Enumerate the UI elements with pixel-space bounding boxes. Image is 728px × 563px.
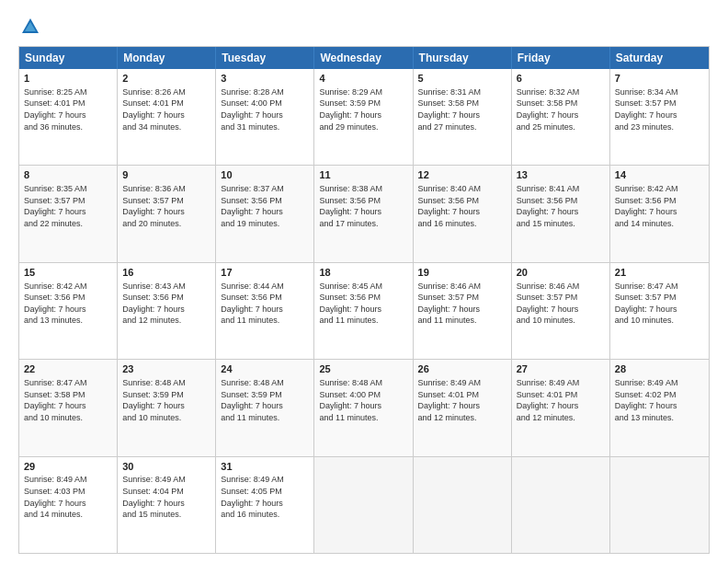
calendar-row-2: 8Sunrise: 8:35 AM Sunset: 3:57 PM Daylig… xyxy=(19,165,709,261)
day-cell-25: 25Sunrise: 8:48 AM Sunset: 4:00 PM Dayli… xyxy=(314,360,413,455)
day-number: 3 xyxy=(221,72,309,86)
day-cell-13: 13Sunrise: 8:41 AM Sunset: 3:56 PM Dayli… xyxy=(512,166,610,261)
day-info: Sunrise: 8:26 AM Sunset: 4:01 PM Dayligh… xyxy=(122,86,210,132)
day-number: 8 xyxy=(24,168,112,182)
day-number: 21 xyxy=(615,266,704,280)
day-number: 16 xyxy=(122,266,210,280)
day-cell-3: 3Sunrise: 8:28 AM Sunset: 4:00 PM Daylig… xyxy=(216,69,314,165)
header xyxy=(18,17,710,37)
day-cell-17: 17Sunrise: 8:44 AM Sunset: 3:56 PM Dayli… xyxy=(216,263,314,359)
day-info: Sunrise: 8:36 AM Sunset: 3:57 PM Dayligh… xyxy=(122,183,210,229)
day-cell-5: 5Sunrise: 8:31 AM Sunset: 3:58 PM Daylig… xyxy=(414,69,512,165)
day-info: Sunrise: 8:46 AM Sunset: 3:57 PM Dayligh… xyxy=(517,281,605,327)
calendar: SundayMondayTuesdayWednesdayThursdayFrid… xyxy=(18,46,710,554)
day-cell-24: 24Sunrise: 8:48 AM Sunset: 3:59 PM Dayli… xyxy=(216,360,314,455)
day-info: Sunrise: 8:48 AM Sunset: 3:59 PM Dayligh… xyxy=(221,377,309,423)
day-info: Sunrise: 8:48 AM Sunset: 4:00 PM Dayligh… xyxy=(319,377,407,423)
day-number: 14 xyxy=(615,168,704,182)
day-info: Sunrise: 8:47 AM Sunset: 3:57 PM Dayligh… xyxy=(615,281,704,327)
day-info: Sunrise: 8:41 AM Sunset: 3:56 PM Dayligh… xyxy=(517,183,605,229)
page: SundayMondayTuesdayWednesdayThursdayFrid… xyxy=(0,0,728,563)
day-cell-7: 7Sunrise: 8:34 AM Sunset: 3:57 PM Daylig… xyxy=(610,69,709,165)
day-info: Sunrise: 8:49 AM Sunset: 4:01 PM Dayligh… xyxy=(418,377,506,423)
day-number: 22 xyxy=(24,362,112,376)
day-info: Sunrise: 8:43 AM Sunset: 3:56 PM Dayligh… xyxy=(122,281,210,327)
header-day-wednesday: Wednesday xyxy=(314,47,413,69)
day-number: 12 xyxy=(418,168,506,182)
day-cell-18: 18Sunrise: 8:45 AM Sunset: 3:56 PM Dayli… xyxy=(314,263,413,359)
header-day-saturday: Saturday xyxy=(610,47,709,69)
calendar-header: SundayMondayTuesdayWednesdayThursdayFrid… xyxy=(19,47,709,69)
day-number: 17 xyxy=(221,266,309,280)
day-info: Sunrise: 8:48 AM Sunset: 3:59 PM Dayligh… xyxy=(122,377,210,423)
day-info: Sunrise: 8:45 AM Sunset: 3:56 PM Dayligh… xyxy=(319,281,407,327)
day-cell-4: 4Sunrise: 8:29 AM Sunset: 3:59 PM Daylig… xyxy=(314,69,413,165)
logo-icon xyxy=(20,17,40,37)
day-cell-1: 1Sunrise: 8:25 AM Sunset: 4:01 PM Daylig… xyxy=(19,69,118,165)
empty-cell xyxy=(512,457,610,553)
calendar-row-5: 29Sunrise: 8:49 AM Sunset: 4:03 PM Dayli… xyxy=(19,456,709,553)
header-day-monday: Monday xyxy=(118,47,216,69)
day-number: 30 xyxy=(122,460,210,474)
header-day-thursday: Thursday xyxy=(414,47,512,69)
day-number: 7 xyxy=(615,72,704,86)
day-cell-14: 14Sunrise: 8:42 AM Sunset: 3:56 PM Dayli… xyxy=(610,166,709,261)
day-cell-16: 16Sunrise: 8:43 AM Sunset: 3:56 PM Dayli… xyxy=(118,263,216,359)
day-info: Sunrise: 8:49 AM Sunset: 4:04 PM Dayligh… xyxy=(122,474,210,520)
empty-cell xyxy=(414,457,512,553)
day-number: 4 xyxy=(319,72,407,86)
day-info: Sunrise: 8:40 AM Sunset: 3:56 PM Dayligh… xyxy=(418,183,506,229)
day-cell-19: 19Sunrise: 8:46 AM Sunset: 3:57 PM Dayli… xyxy=(414,263,512,359)
day-cell-15: 15Sunrise: 8:42 AM Sunset: 3:56 PM Dayli… xyxy=(19,263,118,359)
day-number: 9 xyxy=(122,168,210,182)
day-cell-12: 12Sunrise: 8:40 AM Sunset: 3:56 PM Dayli… xyxy=(414,166,512,261)
day-number: 26 xyxy=(418,362,506,376)
day-number: 1 xyxy=(24,72,112,86)
day-info: Sunrise: 8:29 AM Sunset: 3:59 PM Dayligh… xyxy=(319,86,407,132)
day-cell-20: 20Sunrise: 8:46 AM Sunset: 3:57 PM Dayli… xyxy=(512,263,610,359)
day-info: Sunrise: 8:25 AM Sunset: 4:01 PM Dayligh… xyxy=(24,86,112,132)
day-cell-11: 11Sunrise: 8:38 AM Sunset: 3:56 PM Dayli… xyxy=(314,166,413,261)
day-cell-6: 6Sunrise: 8:32 AM Sunset: 3:58 PM Daylig… xyxy=(512,69,610,165)
day-cell-26: 26Sunrise: 8:49 AM Sunset: 4:01 PM Dayli… xyxy=(414,360,512,455)
day-info: Sunrise: 8:31 AM Sunset: 3:58 PM Dayligh… xyxy=(418,86,506,132)
day-cell-8: 8Sunrise: 8:35 AM Sunset: 3:57 PM Daylig… xyxy=(19,166,118,261)
day-info: Sunrise: 8:32 AM Sunset: 3:58 PM Dayligh… xyxy=(517,86,605,132)
day-info: Sunrise: 8:42 AM Sunset: 3:56 PM Dayligh… xyxy=(615,183,704,229)
day-info: Sunrise: 8:49 AM Sunset: 4:01 PM Dayligh… xyxy=(517,377,605,423)
day-number: 2 xyxy=(122,72,210,86)
day-cell-31: 31Sunrise: 8:49 AM Sunset: 4:05 PM Dayli… xyxy=(216,457,314,553)
day-cell-21: 21Sunrise: 8:47 AM Sunset: 3:57 PM Dayli… xyxy=(610,263,709,359)
day-cell-2: 2Sunrise: 8:26 AM Sunset: 4:01 PM Daylig… xyxy=(118,69,216,165)
day-number: 15 xyxy=(24,266,112,280)
day-number: 5 xyxy=(418,72,506,86)
empty-cell xyxy=(610,457,709,553)
day-number: 28 xyxy=(615,362,704,376)
day-info: Sunrise: 8:42 AM Sunset: 3:56 PM Dayligh… xyxy=(24,281,112,327)
day-number: 11 xyxy=(319,168,407,182)
day-info: Sunrise: 8:34 AM Sunset: 3:57 PM Dayligh… xyxy=(615,86,704,132)
day-cell-23: 23Sunrise: 8:48 AM Sunset: 3:59 PM Dayli… xyxy=(118,360,216,455)
day-number: 6 xyxy=(517,72,605,86)
calendar-row-3: 15Sunrise: 8:42 AM Sunset: 3:56 PM Dayli… xyxy=(19,262,709,359)
day-number: 29 xyxy=(24,460,112,474)
day-number: 27 xyxy=(517,362,605,376)
header-day-sunday: Sunday xyxy=(19,47,118,69)
day-info: Sunrise: 8:49 AM Sunset: 4:05 PM Dayligh… xyxy=(221,474,309,520)
day-number: 19 xyxy=(418,266,506,280)
logo xyxy=(18,17,40,37)
day-info: Sunrise: 8:35 AM Sunset: 3:57 PM Dayligh… xyxy=(24,183,112,229)
day-info: Sunrise: 8:44 AM Sunset: 3:56 PM Dayligh… xyxy=(221,281,309,327)
day-info: Sunrise: 8:37 AM Sunset: 3:56 PM Dayligh… xyxy=(221,183,309,229)
calendar-row-1: 1Sunrise: 8:25 AM Sunset: 4:01 PM Daylig… xyxy=(19,69,709,165)
day-cell-22: 22Sunrise: 8:47 AM Sunset: 3:58 PM Dayli… xyxy=(19,360,118,455)
day-number: 13 xyxy=(517,168,605,182)
day-number: 23 xyxy=(122,362,210,376)
day-info: Sunrise: 8:38 AM Sunset: 3:56 PM Dayligh… xyxy=(319,183,407,229)
day-cell-28: 28Sunrise: 8:49 AM Sunset: 4:02 PM Dayli… xyxy=(610,360,709,455)
calendar-body: 1Sunrise: 8:25 AM Sunset: 4:01 PM Daylig… xyxy=(19,69,709,553)
empty-cell xyxy=(314,457,413,553)
day-cell-10: 10Sunrise: 8:37 AM Sunset: 3:56 PM Dayli… xyxy=(216,166,314,261)
day-number: 20 xyxy=(517,266,605,280)
day-info: Sunrise: 8:49 AM Sunset: 4:02 PM Dayligh… xyxy=(615,377,704,423)
